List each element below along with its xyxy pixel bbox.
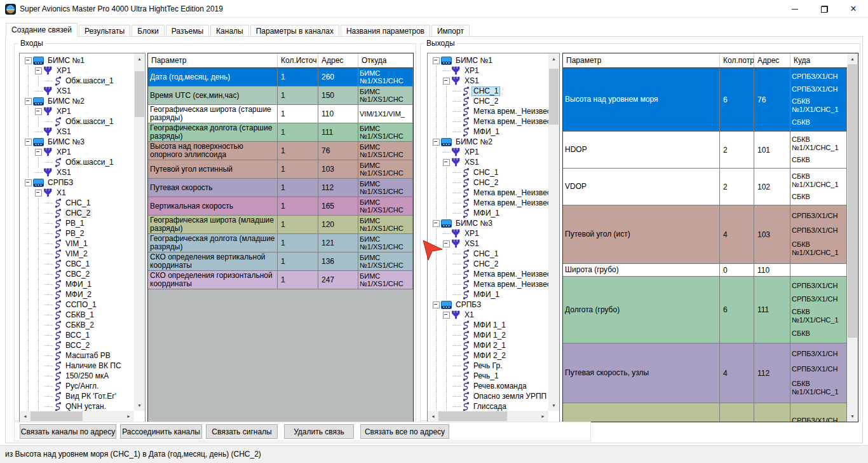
- scroll-thumb[interactable]: [438, 411, 507, 421]
- tree-item[interactable]: СНС_2: [431, 177, 548, 188]
- tree-expander-collapse[interactable]: [431, 137, 441, 147]
- tree-item[interactable]: Обж.шасси_1: [23, 116, 134, 127]
- tree-item[interactable]: СБКВ_1: [23, 310, 134, 320]
- column-header-4[interactable]: Куда: [790, 53, 847, 67]
- scroll-thumb[interactable]: [135, 71, 144, 117]
- close-button[interactable]: ×: [839, 0, 868, 18]
- tree-item[interactable]: СНС_1: [23, 198, 134, 208]
- tree-expander-collapse[interactable]: [23, 96, 33, 106]
- tree-item[interactable]: QNH устан.: [23, 401, 134, 411]
- tree-item[interactable]: Метка врем._Неизвестн: [431, 188, 548, 198]
- tree-expander-collapse[interactable]: [23, 55, 33, 66]
- tree-item[interactable]: X1: [431, 310, 548, 320]
- tree-item[interactable]: БИМС №3: [23, 137, 134, 147]
- tree-item[interactable]: XP1: [23, 66, 134, 76]
- table-row[interactable]: СКО определения вертикальной координаты1…: [148, 252, 413, 271]
- tree-expander-collapse[interactable]: [33, 147, 43, 157]
- tree-expander-collapse[interactable]: [23, 177, 33, 188]
- horizontal-scrollbar[interactable]: ◄►: [20, 411, 134, 422]
- table-row[interactable]: Географическая долгота (младшие разряды)…: [148, 234, 413, 252]
- tree-item[interactable]: Метка врем._Неизвестн: [431, 269, 548, 279]
- table-row[interactable]: Широта (точно)4120СРПБЗ/X1/СНСРПБЗ/X1/СН: [563, 403, 847, 422]
- tree-item[interactable]: СНС_2: [431, 259, 548, 269]
- tree-item[interactable]: ВСС_2: [23, 340, 134, 350]
- tab-Параметры в каналах[interactable]: Параметры в каналах: [250, 25, 339, 37]
- action-button-5[interactable]: Связать все по адресу: [360, 424, 449, 439]
- tree-expander-collapse[interactable]: [431, 300, 441, 310]
- tree-item[interactable]: РВ_2: [23, 228, 134, 238]
- tree-item[interactable]: СРПБЗ: [23, 177, 134, 188]
- tree-item[interactable]: Метка врем._Неизвестн: [431, 198, 548, 208]
- table-row[interactable]: Географическая широта (старшие разряды)1…: [148, 105, 413, 123]
- tree-item[interactable]: Обж.шасси_1: [23, 76, 134, 86]
- table-row[interactable]: HDOP2101СБКВ №1/X1/СНС_1СБКВ: [563, 132, 847, 169]
- tree-item[interactable]: Масштаб РВ: [23, 350, 134, 361]
- column-header-2[interactable]: Кол.Источ: [278, 53, 318, 67]
- tree-item[interactable]: СРПБЗ: [431, 300, 548, 310]
- tab-Названия параметров[interactable]: Названия параметров: [341, 25, 430, 37]
- tree-item[interactable]: XP1: [23, 147, 134, 157]
- scroll-thumb[interactable]: [848, 64, 857, 338]
- tree-item[interactable]: БИМС №1: [23, 55, 134, 66]
- tree-item[interactable]: XS1: [431, 76, 548, 86]
- tree-item[interactable]: Речь_1: [431, 371, 548, 381]
- table-row[interactable]: Долгота (грубо)6111СРПБЗ/X1/СНСРПБЗ/X1/С…: [563, 277, 847, 343]
- vertical-scrollbar[interactable]: ▲▼: [847, 53, 858, 422]
- tab-Каналы[interactable]: Каналы: [210, 25, 249, 37]
- tree-item[interactable]: МФИ 2_2: [431, 350, 548, 361]
- tree-item[interactable]: БИМС №2: [23, 96, 134, 106]
- tree-item[interactable]: ВСС_1: [23, 330, 134, 340]
- tree-item[interactable]: Вид РК 'Гот.Ег': [23, 391, 134, 401]
- column-header-4[interactable]: Откуда: [358, 53, 413, 67]
- scroll-down-arrow[interactable]: ▼: [134, 400, 145, 411]
- tree-item[interactable]: Обж.шасси_1: [23, 157, 134, 167]
- tree-item[interactable]: Опасно земля УРПП: [431, 391, 548, 401]
- tree-item[interactable]: СВС_2: [23, 269, 134, 279]
- tab-Блоки[interactable]: Блоки: [132, 25, 165, 37]
- tree-item[interactable]: МФИ_1: [431, 289, 548, 300]
- table-row[interactable]: VDOP2102СБКВ №1/X1/СНС_1СБКВ: [563, 169, 847, 205]
- tree-item[interactable]: XP1: [23, 106, 134, 116]
- scroll-right-arrow[interactable]: ►: [538, 411, 548, 422]
- tree-item[interactable]: МФИ 2_1: [431, 340, 548, 350]
- tree-expander-collapse[interactable]: [441, 76, 451, 86]
- tree-item[interactable]: СНС_2: [431, 96, 548, 106]
- scroll-down-arrow[interactable]: ▼: [847, 411, 858, 422]
- tree-item[interactable]: XP1: [431, 66, 548, 76]
- tree-expander-collapse[interactable]: [33, 106, 43, 116]
- tree-item[interactable]: Метка врем._Неизвестн: [431, 279, 548, 289]
- column-header-1[interactable]: Параметр: [148, 53, 278, 67]
- table-row[interactable]: Вертикальная скорость1165БИМС №1/XS1/СНС: [148, 197, 413, 216]
- tree-item[interactable]: СБКВ_2: [23, 320, 134, 330]
- tree-item[interactable]: Рус/Англ.: [23, 381, 134, 391]
- table-row[interactable]: Высота над уровнем моря676СРПБЗ/X1/СНСРП…: [563, 68, 847, 132]
- table-row[interactable]: Географическая широта (младшие разряды)1…: [148, 216, 413, 234]
- tree-expander-collapse[interactable]: [441, 310, 451, 320]
- vertical-scrollbar[interactable]: ▲▼: [548, 53, 559, 411]
- tree-expander-collapse[interactable]: [431, 55, 441, 66]
- scroll-up-arrow[interactable]: ▲: [847, 53, 858, 64]
- action-button-1[interactable]: Связать каналы по адресу: [20, 424, 116, 439]
- table-row[interactable]: Время UTC (сек,мин,час)1150БИМС №1/XS1/С…: [148, 86, 413, 105]
- vertical-scrollbar[interactable]: ▲▼: [134, 53, 145, 411]
- tree-item[interactable]: МФИ_1: [431, 208, 548, 218]
- tree-expander-collapse[interactable]: [23, 137, 33, 147]
- tree-item[interactable]: БИМС №2: [431, 137, 548, 147]
- action-button-2[interactable]: Рассоединить каналы: [120, 424, 202, 439]
- scroll-thumb[interactable]: [549, 69, 559, 125]
- tree-item[interactable]: РВ_1: [23, 218, 134, 228]
- column-header-3[interactable]: Адрес: [318, 53, 358, 67]
- tree-item[interactable]: МФИ_2: [23, 289, 134, 300]
- action-button-4[interactable]: Удалить связь: [284, 424, 354, 439]
- tab-Импорт[interactable]: Импорт: [431, 25, 470, 37]
- tree-item[interactable]: СНС_1: [431, 167, 548, 177]
- tree-item[interactable]: СНС_1: [431, 249, 548, 259]
- column-header-2[interactable]: Кол.потре: [720, 53, 754, 67]
- tree-item[interactable]: X1: [23, 188, 134, 198]
- tree-item[interactable]: БИМС №3: [431, 218, 548, 228]
- minimize-button[interactable]: [780, 0, 810, 18]
- tree-item[interactable]: XP1: [431, 228, 548, 238]
- tree-item[interactable]: Речь Гр.: [431, 361, 548, 371]
- scroll-up-arrow[interactable]: ▲: [548, 53, 559, 64]
- tree-item[interactable]: МФИ 1_2: [431, 330, 548, 340]
